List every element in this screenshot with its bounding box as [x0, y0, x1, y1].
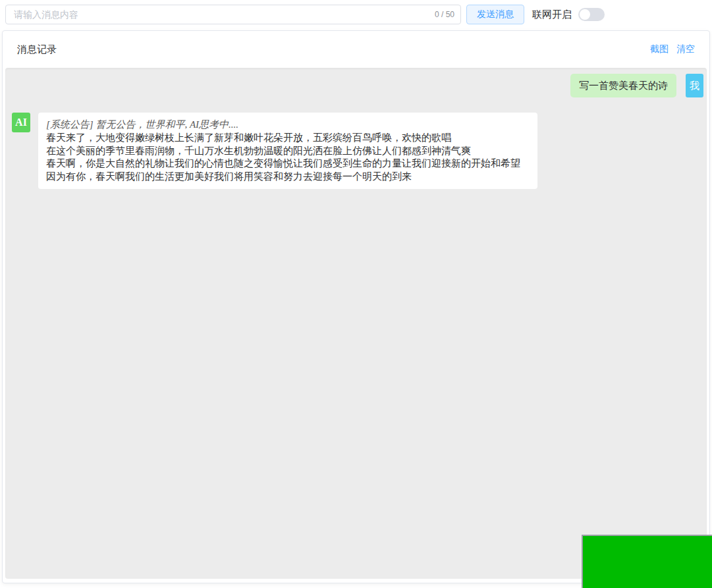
ai-message-bubble: [系统公告] 暂无公告，世界和平, AI思考中.... 春天来了，大地变得嫩绿树…: [38, 113, 537, 189]
screenshot-link[interactable]: 截图: [650, 43, 669, 55]
user-avatar: 我: [686, 74, 703, 97]
video-preview-overlay: [582, 535, 712, 588]
clear-link[interactable]: 清空: [676, 43, 695, 55]
message-input-wrapper: 0 / 50: [5, 5, 461, 24]
network-toggle-label: 联网开启: [532, 9, 572, 21]
send-message-button[interactable]: 发送消息: [466, 5, 524, 24]
ai-message-line: 因为有你，春天啊我们的生活更加美好我们将用笑容和努力去迎接每一个明天的到来: [46, 170, 530, 183]
record-title: 消息记录: [17, 43, 57, 56]
chat-message-list[interactable]: 写一首赞美春天的诗 我 AI [系统公告] 暂无公告，世界和平, AI思考中..…: [5, 68, 707, 579]
switch-knob-icon: [580, 9, 590, 20]
ai-message-line: 在这个美丽的季节里春雨润物，千山万水生机勃勃温暖的阳光洒在脸上仿佛让人们都感到神…: [46, 144, 530, 157]
record-actions: 截图 清空: [650, 43, 695, 55]
user-message-bubble: 写一首赞美春天的诗: [570, 74, 676, 97]
ai-message-line: 春天啊，你是大自然的礼物让我们的心情也随之变得愉悦让我们感受到生命的力量让我们迎…: [46, 157, 530, 170]
message-input[interactable]: [5, 5, 461, 24]
char-counter: 0 / 50: [432, 10, 454, 19]
ai-avatar: AI: [12, 113, 30, 132]
user-message-row: 写一首赞美春天的诗 我: [9, 74, 703, 97]
message-record-card: 消息记录 截图 清空 写一首赞美春天的诗 我 AI [系统公告] 暂无公告，世界…: [2, 30, 710, 583]
ai-message-row: AI [系统公告] 暂无公告，世界和平, AI思考中.... 春天来了，大地变得…: [9, 113, 703, 189]
composer-bar: 0 / 50 发送消息 联网开启: [0, 0, 712, 29]
ai-message-line: 春天来了，大地变得嫩绿树枝上长满了新芽和嫩叶花朵开放，五彩缤纷百鸟呼唤，欢快的歌…: [46, 131, 530, 144]
network-toggle-switch[interactable]: [578, 8, 605, 21]
system-notice-line: [系统公告] 暂无公告，世界和平, AI思考中....: [46, 118, 530, 131]
record-card-header: 消息记录 截图 清空: [3, 31, 709, 68]
